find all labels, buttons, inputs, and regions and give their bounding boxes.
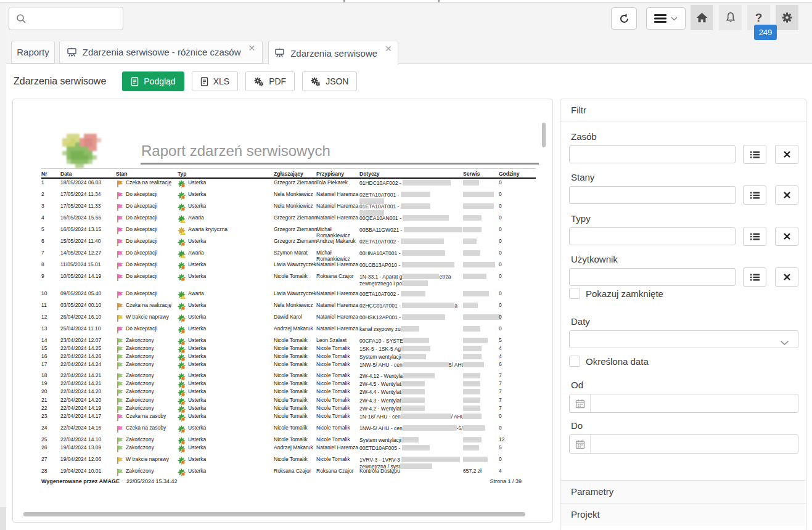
redacted-blur bbox=[463, 398, 480, 403]
report-table-row: 1009/05/2024 05.40Do akceptacjiAwariaLiw… bbox=[41, 290, 536, 301]
redacted-blur bbox=[401, 381, 425, 386]
redacted-blur bbox=[401, 457, 460, 462]
filter-sidebar: Filtr ZasóbStanyTypyUżytkownikPokazuj za… bbox=[560, 99, 806, 530]
redacted-blur bbox=[402, 274, 439, 279]
filter-label-od: Od bbox=[571, 380, 583, 390]
state-flag-icon bbox=[116, 250, 123, 258]
report-table-row: 416/05/2024 15.55Do akceptacjiAwariaGrze… bbox=[41, 214, 536, 226]
podgląd-button[interactable]: Podgląd bbox=[122, 71, 184, 91]
report-table-row: 2619/04/2024 13.09ZakończonyUsterkaAndrz… bbox=[41, 444, 536, 455]
clear-icon bbox=[783, 191, 791, 199]
type-usterka-icon bbox=[178, 362, 186, 370]
filter-input-zasób[interactable] bbox=[569, 145, 736, 163]
redacted-blur bbox=[463, 180, 479, 186]
filter-clear-button[interactable] bbox=[775, 145, 798, 164]
refresh-button[interactable] bbox=[611, 7, 637, 30]
state-flag-icon bbox=[116, 192, 123, 200]
bell-icon bbox=[725, 12, 736, 23]
report-table-row: 1822/04/2024 14.21ZakończonyUsterkaNicol… bbox=[41, 372, 536, 380]
redacted-blur bbox=[463, 457, 488, 462]
filter-input-stany[interactable] bbox=[569, 186, 736, 204]
tab-close-icon[interactable]: ✕ bbox=[248, 43, 256, 53]
tab-zdarzenia-serwisowe-r-nice-czas-w[interactable]: Zdarzenia serwisowe - różnice czasów✕ bbox=[59, 41, 263, 63]
redacted-blur bbox=[401, 389, 425, 394]
section-projekt[interactable]: Projekt bbox=[560, 503, 806, 526]
filter-list-button[interactable] bbox=[743, 145, 766, 164]
tab-close-icon[interactable]: ✕ bbox=[385, 44, 392, 54]
redacted-blur bbox=[401, 346, 430, 351]
report-table-row: 1722/04/2024 14.24ZakończonyUsterkaNicol… bbox=[41, 361, 536, 372]
clear-icon bbox=[783, 150, 791, 158]
json-button[interactable]: JSON bbox=[302, 71, 357, 91]
redacted-blur bbox=[402, 314, 445, 320]
gears-icon bbox=[311, 77, 321, 86]
report-table-row: 615/05/2024 11.40Do akceptacjiUsterkaGrz… bbox=[41, 237, 536, 249]
state-flag-icon bbox=[116, 445, 123, 453]
list-icon bbox=[750, 150, 760, 159]
column-header: Dotyczy bbox=[359, 171, 380, 177]
home-button[interactable] bbox=[691, 5, 713, 30]
filter-input-użytkownik[interactable] bbox=[569, 268, 736, 286]
dates-select[interactable] bbox=[569, 330, 798, 348]
redacted-blur bbox=[402, 445, 430, 450]
redacted-blur bbox=[404, 227, 462, 232]
redacted-blur bbox=[402, 280, 428, 286]
report-table: NrDataStanTypZgłaszającyPrzypisanyDotycz… bbox=[41, 168, 536, 475]
left-edge-strip bbox=[0, 3, 6, 530]
report-table-row: 1423/04/2024 12.07ZakończonyUsterkaNicol… bbox=[41, 336, 536, 344]
type-usterka-icon bbox=[178, 192, 186, 200]
vertical-scrollbar[interactable] bbox=[542, 123, 546, 147]
filter-input-typy[interactable] bbox=[569, 227, 736, 245]
redacted-blur bbox=[463, 203, 494, 209]
clear-icon bbox=[783, 273, 791, 281]
redacted-blur bbox=[463, 389, 480, 394]
settings-button[interactable] bbox=[776, 5, 798, 30]
filter-clear-button[interactable] bbox=[775, 186, 798, 205]
filter-clear-button[interactable] bbox=[775, 267, 798, 287]
search-input[interactable] bbox=[9, 7, 123, 30]
section-parametry[interactable]: Parametry bbox=[560, 480, 806, 503]
date-to-input[interactable] bbox=[569, 434, 798, 454]
filter-label-typy: Typy bbox=[571, 213, 591, 224]
redacted-blur bbox=[401, 398, 425, 403]
filter-list-button[interactable] bbox=[743, 186, 766, 205]
filter-label-zasób: Zasób bbox=[571, 131, 597, 142]
state-flag-icon bbox=[116, 362, 123, 370]
type-awaria-icon bbox=[178, 215, 186, 223]
xls-button[interactable]: XLS bbox=[192, 71, 238, 91]
report-table-row: 2719/04/2024 12.06W trakcie naprawyUster… bbox=[41, 455, 536, 467]
list-icon bbox=[750, 273, 760, 282]
filter-label-użytkownik: Użytkownik bbox=[571, 254, 618, 264]
type-usterka-icon bbox=[178, 303, 186, 311]
state-flag-icon bbox=[116, 238, 123, 247]
redacted-blur bbox=[463, 406, 480, 411]
redacted-blur bbox=[403, 215, 449, 221]
redacted-blur bbox=[463, 414, 482, 419]
tab-raporty[interactable]: Raporty bbox=[11, 41, 55, 63]
redacted-blur bbox=[401, 437, 419, 442]
redacted-blur bbox=[463, 314, 501, 320]
filter-clear-button[interactable] bbox=[775, 227, 798, 246]
date-from-input[interactable] bbox=[569, 394, 798, 413]
home-icon bbox=[696, 12, 708, 23]
type-awaria-icon bbox=[178, 250, 186, 258]
report-table-row: 2222/04/2024 14.19ZakończonyUsterkaNicol… bbox=[41, 404, 536, 412]
notifications-button[interactable] bbox=[719, 5, 742, 30]
filter-list-button[interactable] bbox=[743, 267, 766, 287]
redacted-blur bbox=[403, 362, 449, 367]
checkbox-okreslona-data[interactable] bbox=[569, 356, 580, 367]
redacted-blur bbox=[401, 406, 425, 411]
horizontal-scrollbar[interactable] bbox=[23, 512, 525, 516]
main-menu-button[interactable] bbox=[646, 7, 686, 30]
report-table-row: 910/05/2024 14.19Do akceptacjiUsterkaNic… bbox=[41, 272, 536, 290]
redacted-blur bbox=[401, 203, 430, 209]
tab-zdarzenia-serwisowe[interactable]: Zdarzenia serwisowe✕ bbox=[268, 41, 398, 65]
redacted-blur bbox=[403, 180, 451, 186]
redacted-blur bbox=[463, 346, 482, 351]
report-table-row: 217/05/2024 11.34Do akceptacjiUsterkaNel… bbox=[41, 190, 536, 202]
pdf-button[interactable]: PDF bbox=[245, 71, 295, 91]
filter-list-button[interactable] bbox=[743, 227, 766, 246]
checkbox-pokazuj-zamkniete[interactable] bbox=[569, 288, 580, 299]
redacted-blur bbox=[463, 354, 482, 359]
redacted-blur bbox=[401, 354, 426, 359]
